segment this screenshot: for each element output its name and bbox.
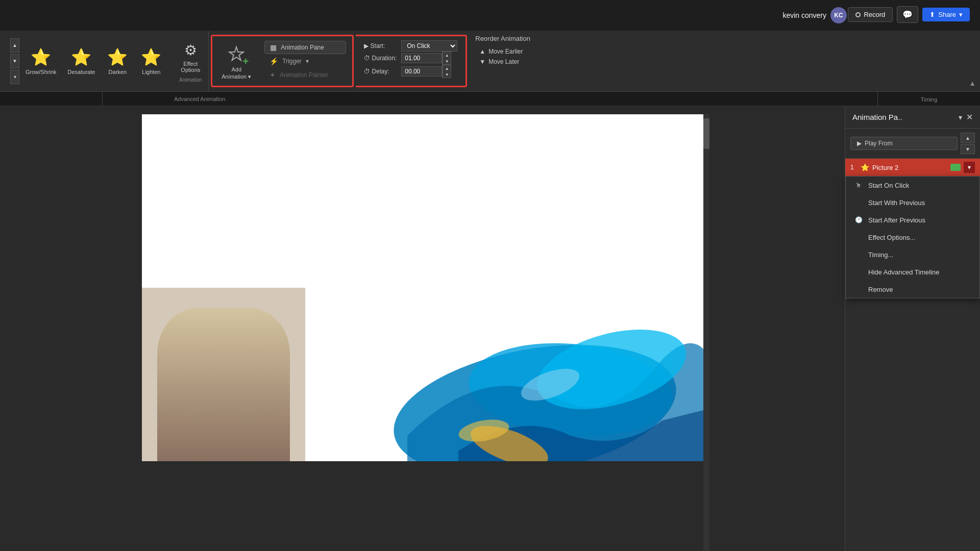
order-up-button[interactable]: ▲ xyxy=(961,133,975,143)
start-label: ▶ Start: xyxy=(364,42,397,49)
title-bar: kevin convery KC ⬡ ✏ — ❐ ✕ Record 💬 ⬆ Sh… xyxy=(0,0,980,31)
effect-options-menu-icon xyxy=(854,233,863,242)
anim-item-number: 1 xyxy=(850,164,857,171)
timing-item[interactable]: Timing... xyxy=(846,246,979,263)
delay-input-group: ▲ ▼ xyxy=(401,65,451,78)
add-animation-button[interactable]: ★ + AddAnimation ▾ xyxy=(214,38,258,84)
lighten-icon: ⭐ xyxy=(141,47,161,67)
paint-splash xyxy=(305,257,703,461)
remove-icon xyxy=(854,285,863,294)
move-later-button[interactable]: ▼ Move Later xyxy=(475,57,530,67)
panel-title: Animation Pa.. xyxy=(852,113,959,121)
animation-list-item[interactable]: 1 ⭐ Picture 2 ▾ xyxy=(845,159,980,176)
anim-desaturate[interactable]: ⭐ Desaturate xyxy=(64,45,100,77)
ribbon-expand-button[interactable]: ▲ xyxy=(969,79,976,87)
animation-scroll: ▲ ▼ ▾ xyxy=(10,38,19,84)
animation-list: 1 ⭐ Picture 2 ▾ 🖱 Start On Click Start W… xyxy=(845,159,980,176)
animation-panel: Animation Pa.. ▾ ✕ ▶ Play From ▲ ▼ 1 xyxy=(845,106,980,551)
scrollbar-thumb[interactable] xyxy=(703,118,709,149)
painter-icon: ✦ xyxy=(270,71,276,79)
duration-input-group: ▲ ▼ xyxy=(401,52,451,65)
share-dropdown-icon: ▾ xyxy=(959,11,963,18)
delay-input[interactable] xyxy=(401,66,442,77)
top-right-buttons: Record 💬 ⬆ Share ▾ xyxy=(848,6,970,23)
desaturate-icon: ⭐ xyxy=(71,47,91,67)
effect-options-section: ⚙ EffectOptions Animation xyxy=(173,31,209,91)
animation-items: ⭐ Grow/Shrink ⭐ Desaturate ⭐ Darken ⭐ Li… xyxy=(21,45,166,77)
timing-menu-icon xyxy=(854,250,863,259)
hide-advanced-timeline-item[interactable]: Hide Advanced Timeline xyxy=(846,263,979,281)
panel-header: Animation Pa.. ▾ ✕ xyxy=(845,106,980,129)
chevron-up-icon: ▲ xyxy=(479,48,485,55)
animations-section: ▲ ▼ ▾ ⭐ Grow/Shrink ⭐ Desaturate ⭐ Darke… xyxy=(4,31,173,91)
animation-pane-icon: ▦ xyxy=(270,43,277,52)
comment-button[interactable]: 💬 xyxy=(897,6,918,23)
advanced-animation-label: Advanced Animation xyxy=(164,96,235,102)
duration-up-button[interactable]: ▲ xyxy=(443,52,451,58)
avatar[interactable]: KC xyxy=(830,7,847,23)
animation-pane-button[interactable]: ▦ Animation Pane xyxy=(264,41,346,54)
scroll-up-button[interactable]: ▲ xyxy=(10,38,19,53)
anim-item-name: Picture 2 xyxy=(872,164,947,171)
play-icon: ▶ xyxy=(857,140,862,147)
anim-grow-shrink[interactable]: ⭐ Grow/Shrink xyxy=(21,45,61,77)
duration-label: ⏱ Duration: xyxy=(364,55,397,62)
timing-section-highlighted: ▶ Start: On Click With Previous After Pr… xyxy=(356,35,467,87)
timing-label-bar: Timing xyxy=(921,96,938,103)
duration-row: ⏱ Duration: ▲ ▼ xyxy=(364,52,457,65)
remove-item[interactable]: Remove xyxy=(846,281,979,298)
duration-down-button[interactable]: ▼ xyxy=(443,58,451,64)
person-silhouette xyxy=(157,308,290,461)
record-button[interactable]: Record xyxy=(848,7,893,22)
anim-item-bar xyxy=(950,164,961,171)
effect-options-label: EffectOptions xyxy=(181,61,200,73)
timeline-icon xyxy=(854,267,863,277)
delay-label: ⏱ Delay: xyxy=(364,68,397,75)
add-animation-icon: ★ + xyxy=(224,42,249,66)
workspace: Animation Pa.. ▾ ✕ ▶ Play From ▲ ▼ 1 xyxy=(0,106,980,551)
panel-close-icon[interactable]: ✕ xyxy=(966,112,973,122)
start-with-previous-item[interactable]: Start With Previous xyxy=(846,194,979,211)
darken-icon: ⭐ xyxy=(107,47,128,67)
share-button[interactable]: ⬆ Share ▾ xyxy=(922,8,970,21)
delay-up-button[interactable]: ▲ xyxy=(443,65,451,71)
ribbon: ▲ ▼ ▾ ⭐ Grow/Shrink ⭐ Desaturate ⭐ Darke… xyxy=(0,31,980,92)
effect-options-button[interactable]: ⚙ EffectOptions xyxy=(177,40,204,75)
start-on-click-item[interactable]: 🖱 Start On Click xyxy=(846,177,979,194)
effect-options-item[interactable]: Effect Options... xyxy=(846,229,979,246)
move-earlier-button[interactable]: ▲ Move Earlier xyxy=(475,46,530,57)
play-from-bar: ▶ Play From ▲ ▼ xyxy=(845,129,980,159)
animation-painter-button[interactable]: ✦ Animation Painter xyxy=(264,69,346,81)
anim-item-dropdown-button[interactable]: ▾ xyxy=(964,162,975,173)
start-select[interactable]: On Click With Previous After Previous xyxy=(401,40,457,52)
scroll-more-button[interactable]: ▾ xyxy=(10,70,19,84)
panel-dropdown-icon[interactable]: ▾ xyxy=(959,113,962,121)
grow-shrink-icon: ⭐ xyxy=(31,47,51,67)
duration-input[interactable] xyxy=(401,53,442,63)
slide xyxy=(142,114,703,461)
start-after-previous-item[interactable]: 🕐 Start After Previous xyxy=(846,211,979,229)
slide-area xyxy=(0,106,845,551)
order-buttons: ▲ ▼ xyxy=(961,133,975,154)
anim-darken[interactable]: ⭐ Darken xyxy=(102,45,133,77)
highlighted-advanced-section: ★ + AddAnimation ▾ ▦ Animation Pane ⚡ Tr… xyxy=(211,35,354,87)
anim-lighten[interactable]: ⭐ Lighten xyxy=(136,45,166,77)
with-previous-icon xyxy=(854,198,863,207)
trigger-chevron: ▾ xyxy=(306,58,309,65)
vertical-scrollbar[interactable] xyxy=(703,114,709,551)
start-row: ▶ Start: On Click With Previous After Pr… xyxy=(364,40,457,52)
workspace-wrapper: Advanced Animation Timing xyxy=(0,92,980,551)
section-labels-bar: Advanced Animation Timing xyxy=(0,92,980,106)
delay-down-button[interactable]: ▼ xyxy=(443,71,451,78)
scroll-down-button[interactable]: ▼ xyxy=(10,54,19,68)
trigger-button[interactable]: ⚡ Trigger ▾ xyxy=(264,55,346,67)
click-icon: 🖱 xyxy=(854,181,863,190)
lightning-icon: ⚡ xyxy=(270,57,278,65)
play-from-button[interactable]: ▶ Play From xyxy=(850,137,958,150)
reorder-title: Reorder Animation xyxy=(475,35,530,42)
record-dot-icon xyxy=(855,12,861,17)
person-photo xyxy=(142,288,305,461)
reorder-section: Reorder Animation ▲ Move Earlier ▼ Move … xyxy=(469,31,536,91)
order-down-button[interactable]: ▼ xyxy=(961,144,975,154)
animation-dropdown-menu: 🖱 Start On Click Start With Previous 🕐 S… xyxy=(845,176,980,298)
